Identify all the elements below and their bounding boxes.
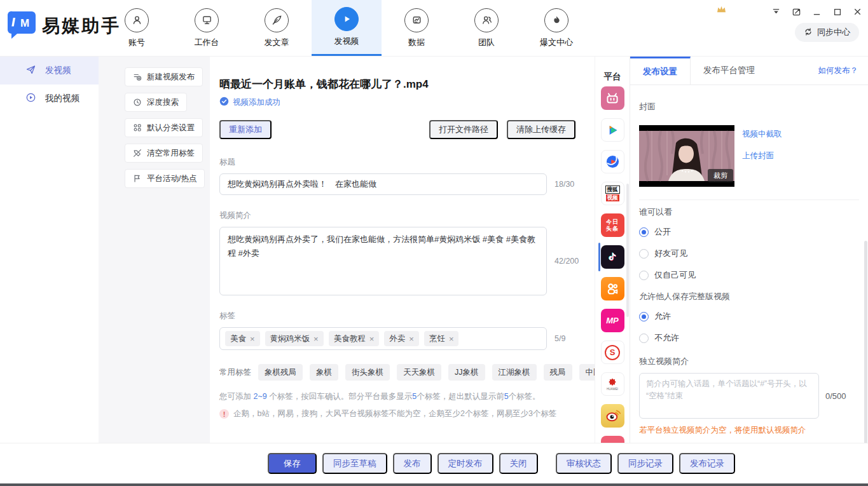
- write-article-icon: [265, 8, 289, 32]
- radio-icon[interactable]: [639, 271, 649, 280]
- visibility-option-private[interactable]: 仅自己可见: [639, 267, 859, 283]
- upgrade-crown-icon[interactable]: [716, 4, 727, 14]
- common-tag[interactable]: 象棋: [310, 364, 338, 381]
- platform-scrollbar[interactable]: [626, 184, 629, 317]
- allow-save-option-allow[interactable]: 允许: [639, 309, 859, 324]
- maximize-icon[interactable]: [832, 6, 843, 17]
- nav-item-data[interactable]: 数据: [382, 0, 451, 56]
- publish-button[interactable]: 发布: [393, 453, 432, 474]
- radio-icon[interactable]: [639, 334, 649, 343]
- platform-row: 搜狐 视频: [595, 182, 630, 205]
- nav-item-publish-video[interactable]: 发视频: [312, 0, 382, 56]
- remove-tag-icon[interactable]: ×: [250, 334, 255, 344]
- platform-activity-button[interactable]: 平台活动/热点: [125, 169, 205, 188]
- open-file-path-button[interactable]: 打开文件路径: [429, 120, 498, 139]
- nav-item-hot-center[interactable]: 爆文中心: [521, 0, 591, 56]
- platform-kuaishou-icon[interactable]: [601, 277, 624, 300]
- tag-label: 美食教程: [334, 334, 366, 344]
- close-button[interactable]: 关闭: [499, 453, 538, 474]
- tags-warning-text: 企鹅，b站，网易，搜狗，大风平台视频标签不能为空，企鹅至少2个标签，网易至少3个…: [233, 408, 556, 419]
- platform-partial-icon[interactable]: [601, 436, 624, 443]
- re-add-button[interactable]: 重新添加: [219, 120, 272, 139]
- radio-selected-icon[interactable]: [639, 312, 649, 321]
- visibility-option-public[interactable]: 公开: [639, 224, 859, 240]
- platform-tencent-video-icon[interactable]: [601, 118, 624, 142]
- common-tag[interactable]: 天天象棋: [397, 364, 441, 381]
- video-desc-textarea[interactable]: 想吃黄焖鸡别再点外卖了，我们在家也能做，方法很简单#黄焖鸡米饭 #美食 #美食教…: [219, 227, 547, 295]
- tag-pill: 烹饪×: [424, 331, 459, 346]
- window-controls: [771, 6, 863, 17]
- tag-label: 烹饪: [429, 334, 445, 344]
- platform-meipai-icon[interactable]: MP: [601, 309, 624, 332]
- remove-tag-icon[interactable]: ×: [369, 334, 375, 344]
- platform-bilibili-icon[interactable]: [601, 86, 624, 110]
- sidebar-item-publish-video[interactable]: 发视频: [0, 57, 99, 84]
- platform-haokan-video-icon[interactable]: [601, 150, 624, 173]
- nav-item-publish-article[interactable]: 发文章: [242, 0, 312, 56]
- close-icon[interactable]: [852, 6, 863, 17]
- review-status-button[interactable]: 审核状态: [556, 453, 612, 474]
- crop-badge[interactable]: 裁剪: [708, 169, 733, 182]
- save-button[interactable]: 保存: [268, 453, 317, 474]
- settings-scrollbar[interactable]: [864, 241, 867, 450]
- cover-thumbnail[interactable]: 裁剪: [639, 125, 734, 187]
- tab-publish-settings[interactable]: 发布设置: [630, 57, 691, 84]
- left-sidebar: 发视频 我的视频: [0, 57, 99, 443]
- remove-tag-icon[interactable]: ×: [449, 334, 454, 344]
- sync-to-draft-button[interactable]: 同步至草稿: [322, 453, 387, 474]
- tag-pill: 美食×: [225, 331, 260, 346]
- tag-label: 黄焖鸡米饭: [270, 334, 310, 344]
- publish-video-icon: [334, 7, 359, 31]
- common-tags-row: 常用标签 象棋残局 象棋 街头象棋 天天象棋 JJ象棋 江湖象棋 残局 中国象棋: [219, 364, 585, 381]
- common-tag[interactable]: 残局: [544, 364, 572, 381]
- tags-warning-row: ! 企鹅，b站，网易，搜狗，大风平台视频标签不能为空，企鹅至少2个标签，网易至少…: [219, 408, 585, 419]
- sync-records-button[interactable]: 同步记录: [617, 453, 673, 474]
- nav-item-account[interactable]: 账号: [102, 0, 172, 56]
- title-input[interactable]: [219, 173, 547, 195]
- publish-records-button[interactable]: 发布记录: [679, 453, 735, 474]
- sync-center-button[interactable]: 同步中心: [795, 23, 859, 42]
- upload-status-text: 视频添加成功: [233, 97, 280, 108]
- clear-common-tags-button[interactable]: 清空常用标签: [125, 144, 203, 163]
- common-tag[interactable]: JJ象棋: [448, 364, 485, 381]
- new-video-publish-button[interactable]: 新建视频发布: [125, 67, 203, 86]
- sidebar-item-label: 我的视频: [45, 93, 79, 104]
- minimize-icon[interactable]: [811, 6, 822, 17]
- default-category-settings-button[interactable]: 默认分类设置: [125, 118, 203, 137]
- how-to-publish-link[interactable]: 如何发布？: [818, 57, 868, 84]
- upload-cover-link[interactable]: 上传封面: [742, 151, 782, 161]
- common-tag[interactable]: 象棋残局: [258, 364, 303, 381]
- feedback-icon[interactable]: [791, 6, 802, 17]
- team-icon: [474, 8, 499, 32]
- platform-douyin-icon[interactable]: [601, 245, 624, 269]
- main-content: 晒最近一个月账单，钱都花在哪儿了？.mp4 视频添加成功 重新添加 打开文件路径…: [210, 57, 595, 443]
- scheduled-publish-button[interactable]: 定时发布: [437, 453, 493, 474]
- visibility-option-friends[interactable]: 好友可见: [639, 246, 859, 261]
- common-tag[interactable]: 街头象棋: [345, 364, 390, 381]
- common-tag[interactable]: 江湖象棋: [492, 364, 537, 381]
- empty-desc-note: 若平台独立视频简介为空，将使用默认视频简介: [639, 425, 859, 436]
- platform-sohu-video-icon[interactable]: 搜狐 视频: [601, 182, 624, 205]
- play-circle-icon: [25, 92, 36, 105]
- tab-platform-management[interactable]: 发布平台管理: [691, 57, 768, 84]
- platform-weibo-icon[interactable]: [601, 404, 624, 428]
- platform-huawei-icon[interactable]: HUAWEI: [601, 372, 624, 396]
- platform-toutiao-icon[interactable]: 今日 头条: [601, 213, 624, 237]
- remove-tag-icon[interactable]: ×: [313, 334, 319, 344]
- nav-item-workbench[interactable]: 工作台: [172, 0, 242, 56]
- visibility-label: 谁可以看: [639, 206, 859, 218]
- platform-sohu-hao-icon[interactable]: S: [601, 341, 624, 364]
- radio-icon[interactable]: [639, 249, 649, 259]
- clear-upload-cache-button[interactable]: 清除上传缓存: [507, 120, 575, 139]
- sidebar-item-my-videos[interactable]: 我的视频: [0, 84, 99, 112]
- independent-desc-textarea[interactable]: [639, 373, 819, 419]
- deep-search-button[interactable]: 深度搜索: [125, 93, 187, 112]
- nav-item-team[interactable]: 团队: [451, 0, 521, 56]
- allow-save-option-deny[interactable]: 不允许: [639, 330, 859, 346]
- remove-tag-icon[interactable]: ×: [409, 334, 414, 344]
- tags-input-box[interactable]: 美食× 黄焖鸡米饭× 美食教程× 外卖× 烹饪×: [219, 327, 547, 350]
- radio-selected-icon[interactable]: [639, 227, 649, 237]
- warning-icon: !: [219, 409, 229, 419]
- capture-from-video-link[interactable]: 视频中截取: [742, 129, 782, 140]
- collapse-menu-icon[interactable]: [771, 6, 782, 17]
